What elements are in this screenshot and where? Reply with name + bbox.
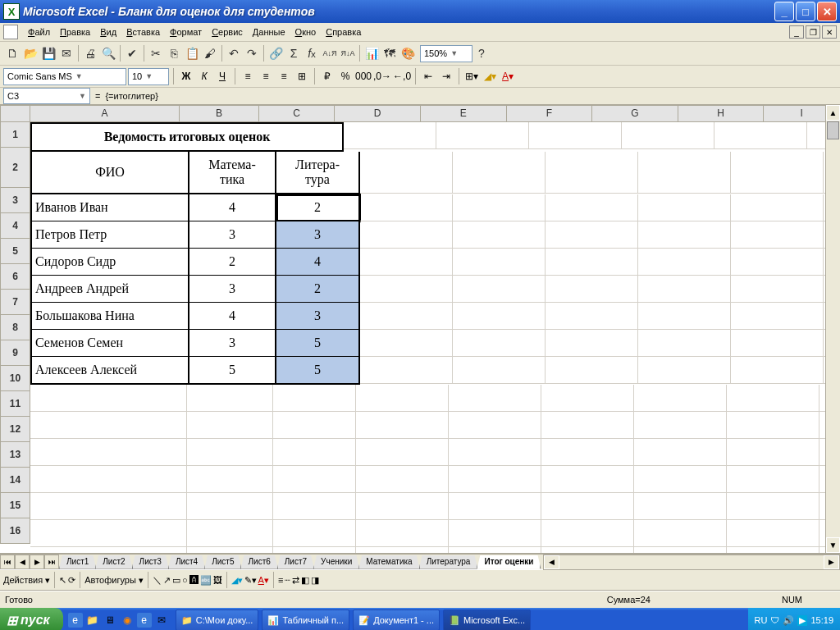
- cell-D4[interactable]: [360, 221, 453, 249]
- menu-файл[interactable]: Файл: [23, 25, 55, 39]
- menu-данные[interactable]: Данные: [248, 25, 290, 39]
- chart-wizard-icon[interactable]: 📊: [363, 44, 381, 62]
- row-header-1[interactable]: 1: [0, 122, 30, 148]
- taskbar-task[interactable]: 📗Microsoft Exc...: [443, 609, 531, 630]
- window-maximize-button[interactable]: □: [796, 2, 815, 21]
- cell-H7[interactable]: [731, 303, 824, 330]
- sheet-tab[interactable]: Лист6: [240, 555, 277, 569]
- cell-E2[interactable]: [453, 152, 546, 194]
- tray-icon[interactable]: 🛡: [770, 615, 779, 625]
- name-box[interactable]: C3▼: [3, 88, 90, 104]
- zoom-select[interactable]: 150%▼: [420, 45, 472, 62]
- cell-F2[interactable]: [546, 152, 638, 194]
- paste-icon[interactable]: 📋: [183, 44, 201, 62]
- cell-D7[interactable]: [360, 303, 453, 330]
- taskbar-task[interactable]: 📝Документ1 - ...: [353, 609, 440, 630]
- cell-E9[interactable]: [453, 357, 546, 384]
- tab-nav-last-button[interactable]: ⏭: [44, 555, 59, 569]
- cell-C14[interactable]: [273, 493, 356, 520]
- cell-H9[interactable]: [731, 357, 824, 384]
- tray-play-icon[interactable]: ▶: [797, 615, 807, 626]
- column-header-E[interactable]: E: [421, 105, 507, 122]
- cell-F14[interactable]: [541, 493, 634, 520]
- cell-E15[interactable]: [449, 520, 541, 547]
- bold-button[interactable]: Ж: [178, 68, 194, 84]
- cell-F1[interactable]: [529, 122, 622, 149]
- tray-volume-icon[interactable]: 🔊: [783, 615, 794, 626]
- column-header-H[interactable]: H: [678, 105, 765, 122]
- column-header-F[interactable]: F: [507, 105, 593, 122]
- sheet-tab[interactable]: Лист5: [204, 555, 241, 569]
- cell-C16[interactable]: [273, 547, 356, 554]
- cell-A16[interactable]: [30, 547, 187, 554]
- sheet-tab[interactable]: Лист1: [59, 555, 96, 569]
- scroll-thumb[interactable]: [827, 121, 839, 139]
- cell-F5[interactable]: [546, 249, 638, 276]
- map-icon[interactable]: 🗺: [381, 44, 399, 62]
- cell-D6[interactable]: [360, 276, 453, 303]
- cell-H5[interactable]: [731, 249, 824, 276]
- sheet-tab[interactable]: Литература: [419, 555, 478, 569]
- sort-desc-icon[interactable]: Я↓A: [339, 44, 357, 62]
- cell-E16[interactable]: [449, 547, 541, 554]
- cell-G2[interactable]: [638, 152, 731, 194]
- cell-C8[interactable]: 5: [276, 330, 360, 357]
- select-objects-icon[interactable]: ↖: [59, 575, 66, 586]
- cell-F13[interactable]: [541, 466, 634, 493]
- 3d-icon[interactable]: ◨: [311, 575, 319, 586]
- sheet-tab[interactable]: Лист3: [132, 555, 169, 569]
- increase-decimal-button[interactable]: ,0→: [373, 68, 391, 84]
- align-left-button[interactable]: ≡: [240, 68, 256, 84]
- cell-F9[interactable]: [546, 357, 638, 384]
- row-header-3[interactable]: 3: [0, 188, 30, 213]
- percent-button[interactable]: %: [337, 68, 354, 84]
- cell-A5[interactable]: Сидоров Сидр: [30, 249, 189, 276]
- rotate-icon[interactable]: ⟳: [68, 575, 75, 586]
- cell-G11[interactable]: [634, 412, 727, 439]
- tab-nav-first-button[interactable]: ⏮: [0, 555, 15, 569]
- wordart-icon[interactable]: 🔤: [200, 575, 212, 586]
- font-name-select[interactable]: Comic Sans MS▼: [3, 68, 126, 85]
- menu-вид[interactable]: Вид: [95, 25, 121, 39]
- cell-A7[interactable]: Большакова Нина: [30, 303, 189, 330]
- cell-E4[interactable]: [453, 221, 546, 249]
- copy-icon[interactable]: ⎘: [165, 44, 183, 62]
- increase-indent-button[interactable]: ⇥: [438, 68, 454, 84]
- row-header-10[interactable]: 10: [0, 366, 30, 391]
- cell-F4[interactable]: [546, 221, 638, 249]
- cell-A15[interactable]: [30, 520, 187, 547]
- cell-G9[interactable]: [638, 357, 731, 384]
- taskbar-task[interactable]: 📁С:\Мои доку...: [176, 609, 259, 630]
- cell-C10[interactable]: [273, 385, 356, 412]
- cell-D13[interactable]: [356, 466, 449, 493]
- cell-B9[interactable]: 5: [189, 357, 276, 385]
- cell-A6[interactable]: Андреев Андрей: [30, 276, 189, 303]
- cell-D1[interactable]: [344, 122, 436, 149]
- cell-D16[interactable]: [356, 547, 449, 554]
- autosum-icon[interactable]: Σ: [285, 44, 303, 62]
- start-button[interactable]: ⊞пуск: [0, 608, 63, 630]
- align-right-button[interactable]: ≡: [276, 68, 292, 84]
- window-close-button[interactable]: ✕: [817, 2, 837, 21]
- row-header-7[interactable]: 7: [0, 290, 30, 315]
- row-header-5[interactable]: 5: [0, 239, 30, 264]
- column-header-D[interactable]: D: [335, 105, 421, 122]
- sheet-tab[interactable]: Математика: [358, 555, 419, 569]
- menu-окно[interactable]: Окно: [290, 25, 322, 39]
- ql-media-icon[interactable]: ◉: [120, 613, 135, 628]
- cell-G4[interactable]: [638, 221, 731, 249]
- cell-D2[interactable]: [360, 152, 453, 194]
- cell-G10[interactable]: [634, 385, 727, 412]
- cell-C9[interactable]: 5: [276, 357, 360, 385]
- cell-C12[interactable]: [273, 439, 356, 466]
- cell-F15[interactable]: [541, 520, 634, 547]
- cell-G1[interactable]: [622, 122, 714, 149]
- open-icon[interactable]: 📂: [21, 44, 39, 62]
- shadow-icon[interactable]: ◧: [301, 575, 309, 586]
- cell-D3[interactable]: [360, 194, 453, 221]
- cell-F7[interactable]: [546, 303, 638, 330]
- cell-D10[interactable]: [356, 385, 449, 412]
- function-icon[interactable]: fx: [303, 44, 321, 62]
- cell-H14[interactable]: [727, 493, 819, 520]
- font-color-button[interactable]: A▾: [500, 68, 516, 84]
